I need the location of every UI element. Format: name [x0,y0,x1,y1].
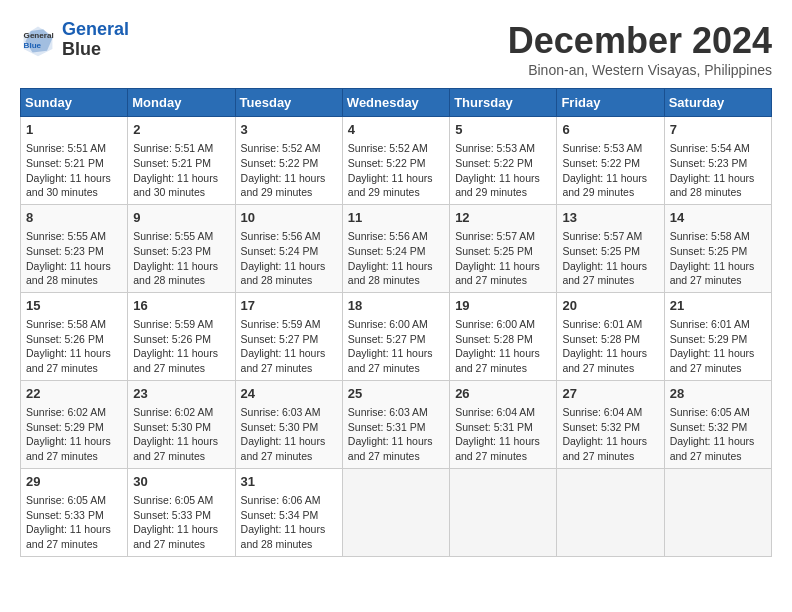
daylight-label: Daylight: 11 hours and 28 minutes [670,172,755,199]
daylight-label: Daylight: 11 hours and 28 minutes [241,260,326,287]
daylight-label: Daylight: 11 hours and 27 minutes [241,435,326,462]
sunrise-label: Sunrise: 5:54 AM [670,142,750,154]
day-number: 7 [670,121,766,139]
sunset-label: Sunset: 5:23 PM [670,157,748,169]
calendar-header-row: SundayMondayTuesdayWednesdayThursdayFrid… [21,89,772,117]
sunrise-label: Sunrise: 6:00 AM [348,318,428,330]
day-number: 3 [241,121,337,139]
calendar-week-1: 1Sunrise: 5:51 AMSunset: 5:21 PMDaylight… [21,117,772,205]
calendar-empty-cell [664,468,771,556]
sunrise-label: Sunrise: 5:51 AM [26,142,106,154]
daylight-label: Daylight: 11 hours and 27 minutes [241,347,326,374]
daylight-label: Daylight: 11 hours and 29 minutes [455,172,540,199]
sunrise-label: Sunrise: 6:01 AM [562,318,642,330]
sunset-label: Sunset: 5:31 PM [455,421,533,433]
sunrise-label: Sunrise: 5:52 AM [348,142,428,154]
daylight-label: Daylight: 11 hours and 30 minutes [133,172,218,199]
day-number: 6 [562,121,658,139]
sunrise-label: Sunrise: 6:00 AM [455,318,535,330]
day-number: 9 [133,209,229,227]
daylight-label: Daylight: 11 hours and 27 minutes [455,260,540,287]
day-number: 11 [348,209,444,227]
calendar-day-11: 11Sunrise: 5:56 AMSunset: 5:24 PMDayligh… [342,204,449,292]
calendar-day-31: 31Sunrise: 6:06 AMSunset: 5:34 PMDayligh… [235,468,342,556]
daylight-label: Daylight: 11 hours and 27 minutes [26,435,111,462]
daylight-label: Daylight: 11 hours and 27 minutes [455,347,540,374]
day-number: 19 [455,297,551,315]
sunrise-label: Sunrise: 5:53 AM [455,142,535,154]
daylight-label: Daylight: 11 hours and 27 minutes [670,347,755,374]
calendar-header-tuesday: Tuesday [235,89,342,117]
daylight-label: Daylight: 11 hours and 28 minutes [241,523,326,550]
calendar-week-5: 29Sunrise: 6:05 AMSunset: 5:33 PMDayligh… [21,468,772,556]
sunrise-label: Sunrise: 5:56 AM [241,230,321,242]
daylight-label: Daylight: 11 hours and 27 minutes [133,523,218,550]
calendar-day-24: 24Sunrise: 6:03 AMSunset: 5:30 PMDayligh… [235,380,342,468]
month-title: December 2024 [508,20,772,62]
sunrise-label: Sunrise: 6:06 AM [241,494,321,506]
calendar-week-2: 8Sunrise: 5:55 AMSunset: 5:23 PMDaylight… [21,204,772,292]
daylight-label: Daylight: 11 hours and 27 minutes [670,435,755,462]
daylight-label: Daylight: 11 hours and 27 minutes [133,435,218,462]
day-number: 8 [26,209,122,227]
daylight-label: Daylight: 11 hours and 27 minutes [348,435,433,462]
daylight-label: Daylight: 11 hours and 27 minutes [670,260,755,287]
logo-icon: General Blue [20,22,56,58]
sunset-label: Sunset: 5:22 PM [562,157,640,169]
daylight-label: Daylight: 11 hours and 27 minutes [133,347,218,374]
sunrise-label: Sunrise: 5:53 AM [562,142,642,154]
calendar-day-16: 16Sunrise: 5:59 AMSunset: 5:26 PMDayligh… [128,292,235,380]
calendar-day-20: 20Sunrise: 6:01 AMSunset: 5:28 PMDayligh… [557,292,664,380]
calendar-header-sunday: Sunday [21,89,128,117]
calendar-day-13: 13Sunrise: 5:57 AMSunset: 5:25 PMDayligh… [557,204,664,292]
calendar-day-12: 12Sunrise: 5:57 AMSunset: 5:25 PMDayligh… [450,204,557,292]
day-number: 10 [241,209,337,227]
day-number: 17 [241,297,337,315]
calendar-day-5: 5Sunrise: 5:53 AMSunset: 5:22 PMDaylight… [450,117,557,205]
sunrise-label: Sunrise: 5:56 AM [348,230,428,242]
location-subtitle: Binon-an, Western Visayas, Philippines [508,62,772,78]
day-number: 28 [670,385,766,403]
sunset-label: Sunset: 5:21 PM [26,157,104,169]
sunset-label: Sunset: 5:29 PM [26,421,104,433]
calendar-day-3: 3Sunrise: 5:52 AMSunset: 5:22 PMDaylight… [235,117,342,205]
calendar-day-28: 28Sunrise: 6:05 AMSunset: 5:32 PMDayligh… [664,380,771,468]
sunset-label: Sunset: 5:22 PM [348,157,426,169]
day-number: 22 [26,385,122,403]
sunset-label: Sunset: 5:33 PM [133,509,211,521]
sunrise-label: Sunrise: 5:57 AM [562,230,642,242]
calendar-table: SundayMondayTuesdayWednesdayThursdayFrid… [20,88,772,557]
day-number: 25 [348,385,444,403]
calendar-week-3: 15Sunrise: 5:58 AMSunset: 5:26 PMDayligh… [21,292,772,380]
sunset-label: Sunset: 5:24 PM [241,245,319,257]
sunrise-label: Sunrise: 6:01 AM [670,318,750,330]
daylight-label: Daylight: 11 hours and 28 minutes [348,260,433,287]
sunset-label: Sunset: 5:30 PM [133,421,211,433]
daylight-label: Daylight: 11 hours and 27 minutes [562,435,647,462]
day-number: 24 [241,385,337,403]
day-number: 12 [455,209,551,227]
logo-text: GeneralBlue [62,20,129,60]
day-number: 20 [562,297,658,315]
sunset-label: Sunset: 5:23 PM [133,245,211,257]
calendar-day-7: 7Sunrise: 5:54 AMSunset: 5:23 PMDaylight… [664,117,771,205]
sunrise-label: Sunrise: 5:59 AM [241,318,321,330]
sunset-label: Sunset: 5:32 PM [562,421,640,433]
calendar-day-23: 23Sunrise: 6:02 AMSunset: 5:30 PMDayligh… [128,380,235,468]
calendar-day-25: 25Sunrise: 6:03 AMSunset: 5:31 PMDayligh… [342,380,449,468]
calendar-week-4: 22Sunrise: 6:02 AMSunset: 5:29 PMDayligh… [21,380,772,468]
calendar-day-2: 2Sunrise: 5:51 AMSunset: 5:21 PMDaylight… [128,117,235,205]
sunset-label: Sunset: 5:29 PM [670,333,748,345]
day-number: 1 [26,121,122,139]
calendar-empty-cell [342,468,449,556]
daylight-label: Daylight: 11 hours and 29 minutes [348,172,433,199]
sunset-label: Sunset: 5:23 PM [26,245,104,257]
calendar-day-26: 26Sunrise: 6:04 AMSunset: 5:31 PMDayligh… [450,380,557,468]
daylight-label: Daylight: 11 hours and 27 minutes [562,347,647,374]
sunrise-label: Sunrise: 5:55 AM [133,230,213,242]
daylight-label: Daylight: 11 hours and 27 minutes [348,347,433,374]
day-number: 27 [562,385,658,403]
sunrise-label: Sunrise: 5:57 AM [455,230,535,242]
calendar-day-14: 14Sunrise: 5:58 AMSunset: 5:25 PMDayligh… [664,204,771,292]
calendar-header-friday: Friday [557,89,664,117]
